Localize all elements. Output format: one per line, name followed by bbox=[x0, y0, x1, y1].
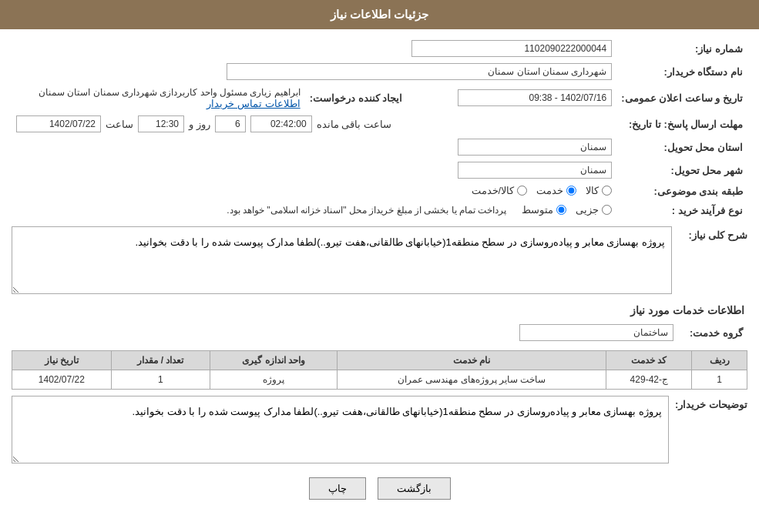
process-type-label: نوع فرآیند خرید : bbox=[616, 201, 747, 220]
page-header: جزئیات اطلاعات نیاز bbox=[0, 0, 759, 29]
response-deadline-label: مهلت ارسال پاسخ: تا تاریخ: bbox=[616, 112, 747, 136]
process-option-mota[interactable]: متوسط bbox=[522, 204, 566, 216]
category-label: طبقه بندی موضوعی: bbox=[616, 182, 747, 201]
service-group-table: گروه خدمت: ساختمان bbox=[12, 321, 747, 344]
process-radio-group: جزیی متوسط پرداخت تمام یا بخشی از مبلغ خ… bbox=[227, 204, 612, 216]
service-group-input: ساختمان bbox=[519, 324, 673, 341]
button-row: بازگشت چاپ bbox=[12, 477, 747, 500]
col-rownum: ردیف bbox=[692, 351, 747, 370]
date-announce-input: 1402/07/16 - 09:38 bbox=[458, 89, 612, 106]
col-service-name: نام خدمت bbox=[337, 351, 606, 370]
col-quantity: تعداد / مقدار bbox=[111, 351, 210, 370]
date-announce-label: تاریخ و ساعت اعلان عمومی: bbox=[616, 83, 747, 112]
buyer-org-input: شهرداری سمنان استان سمنان bbox=[227, 63, 612, 80]
process-radio-jozei[interactable] bbox=[602, 205, 612, 215]
cell-unit: پروژه bbox=[210, 370, 338, 390]
category-radio-group: کالا خدمت کالا/خدمت bbox=[472, 185, 613, 196]
delivery-city-input: سمنان bbox=[458, 162, 612, 179]
category-option-kala[interactable]: کالا bbox=[586, 185, 612, 196]
category-label-both: کالا/خدمت bbox=[472, 185, 515, 196]
response-remaining-label: ساعت باقی مانده bbox=[317, 119, 391, 130]
category-option-both[interactable]: کالا/خدمت bbox=[472, 185, 528, 196]
response-time-input: 12:30 bbox=[138, 115, 184, 132]
delivery-city-value: سمنان bbox=[12, 159, 616, 182]
response-day-label: روز و bbox=[189, 119, 210, 130]
services-table: ردیف کد خدمت نام خدمت واحد اندازه گیری ت… bbox=[12, 350, 747, 390]
buyer-notes-textarea[interactable] bbox=[12, 396, 669, 463]
description-section-label: شرح کلی نیاز: bbox=[678, 226, 747, 241]
response-deadline-row: مهلت ارسال پاسخ: تا تاریخ: 1402/07/22 سا… bbox=[12, 112, 747, 136]
category-value: کالا خدمت کالا/خدمت bbox=[12, 182, 616, 201]
cell-rownum: 1 bbox=[692, 370, 747, 390]
description-textarea[interactable] bbox=[12, 226, 672, 294]
category-radio-khedmat[interactable] bbox=[566, 186, 576, 196]
buyer-notes-section: توضیحات خریدار: bbox=[12, 396, 747, 466]
buyer-org-label: نام دستگاه خریدار: bbox=[616, 60, 747, 83]
col-unit: واحد اندازه گیری bbox=[210, 351, 338, 370]
date-creator-row: تاریخ و ساعت اعلان عمومی: 1402/07/16 - 0… bbox=[12, 83, 747, 112]
creator-value: ابراهیم زیاری مسئول واحد کاربردازی شهردا… bbox=[12, 83, 305, 112]
category-radio-kala[interactable] bbox=[602, 186, 612, 196]
creator-label: ایجاد کننده درخواست: bbox=[305, 83, 408, 112]
service-group-row: گروه خدمت: ساختمان bbox=[12, 321, 747, 344]
category-label-kala: کالا bbox=[586, 185, 599, 196]
creator-text: ابراهیم زیاری مسئول واحد کاربردازی شهردا… bbox=[39, 87, 301, 98]
buyer-org-value: شهرداری سمنان استان سمنان bbox=[12, 60, 616, 83]
services-section-header: اطلاعات خدمات مورد نیاز bbox=[12, 304, 747, 316]
cell-date: 1402/07/22 bbox=[12, 370, 112, 390]
response-days-input: 6 bbox=[215, 115, 246, 132]
cell-service-code: ج-42-429 bbox=[606, 370, 692, 390]
back-button[interactable]: بازگشت bbox=[378, 477, 451, 500]
response-date-input: 1402/07/22 bbox=[16, 115, 101, 132]
category-label-khedmat: خدمت bbox=[536, 185, 563, 196]
category-row: طبقه بندی موضوعی: کالا خدمت bbox=[12, 182, 747, 201]
page-wrapper: جزئیات اطلاعات نیاز شماره نیاز: 11020902… bbox=[0, 0, 759, 532]
process-note: پرداخت تمام یا بخشی از مبلغ خریداز محل "… bbox=[227, 205, 506, 216]
contact-link[interactable]: اطلاعات تماس خریدار bbox=[207, 98, 300, 109]
buyer-notes-box-wrapper bbox=[12, 396, 669, 466]
description-box-wrapper bbox=[12, 226, 672, 296]
category-option-khedmat[interactable]: خدمت bbox=[536, 185, 576, 196]
need-number-value: 1102090222000044 bbox=[407, 37, 616, 60]
buyer-org-row: نام دستگاه خریدار: شهرداری سمنان استان س… bbox=[12, 60, 747, 83]
process-type-value: جزیی متوسط پرداخت تمام یا بخشی از مبلغ خ… bbox=[12, 201, 616, 220]
process-type-row: نوع فرآیند خرید : جزیی متوسط پرداخت تمام… bbox=[12, 201, 747, 220]
need-number-label: شماره نیاز: bbox=[616, 37, 747, 60]
service-group-value: ساختمان bbox=[12, 321, 678, 344]
page-title: جزئیات اطلاعات نیاز bbox=[331, 8, 428, 21]
services-table-header: ردیف کد خدمت نام خدمت واحد اندازه گیری ت… bbox=[12, 351, 747, 370]
process-label-jozei: جزیی bbox=[576, 204, 599, 216]
col-date: تاریخ نیاز bbox=[12, 351, 112, 370]
buyer-notes-label: توضیحات خریدار: bbox=[675, 396, 747, 410]
response-remaining-input: 02:42:00 bbox=[250, 115, 312, 132]
process-option-jozei[interactable]: جزیی bbox=[576, 204, 612, 216]
table-row: 1 ج-42-429 ساخت سایر پروژه‌های مهندسی عم… bbox=[12, 370, 747, 390]
response-time-label: ساعت bbox=[106, 119, 133, 130]
delivery-province-row: استان محل تحویل: سمنان bbox=[12, 136, 747, 159]
delivery-province-label: استان محل تحویل: bbox=[616, 136, 747, 159]
content-area: شماره نیاز: 1102090222000044 نام دستگاه … bbox=[0, 29, 759, 519]
response-deadline-value: 1402/07/22 ساعت 12:30 روز و 6 02:42:00 س… bbox=[12, 112, 616, 136]
process-radio-mota[interactable] bbox=[556, 205, 566, 215]
delivery-city-row: شهر محل تحویل: سمنان bbox=[12, 159, 747, 182]
need-number-input: 1102090222000044 bbox=[411, 40, 612, 57]
service-group-label: گروه خدمت: bbox=[678, 321, 747, 344]
print-button[interactable]: چاپ bbox=[309, 477, 366, 500]
cell-quantity: 1 bbox=[111, 370, 210, 390]
cell-service-name: ساخت سایر پروژه‌های مهندسی عمران bbox=[337, 370, 606, 390]
need-number-row: شماره نیاز: 1102090222000044 bbox=[12, 37, 747, 60]
delivery-city-label: شهر محل تحویل: bbox=[616, 159, 747, 182]
category-radio-both[interactable] bbox=[517, 186, 527, 196]
process-label-mota: متوسط bbox=[522, 204, 553, 216]
info-table: شماره نیاز: 1102090222000044 نام دستگاه … bbox=[12, 37, 747, 220]
delivery-province-input: سمنان bbox=[458, 139, 612, 156]
delivery-province-value: سمنان bbox=[12, 136, 616, 159]
col-service-code: کد خدمت bbox=[606, 351, 692, 370]
date-announce-value: 1402/07/16 - 09:38 bbox=[407, 83, 616, 112]
description-section: شرح کلی نیاز: bbox=[12, 226, 747, 296]
